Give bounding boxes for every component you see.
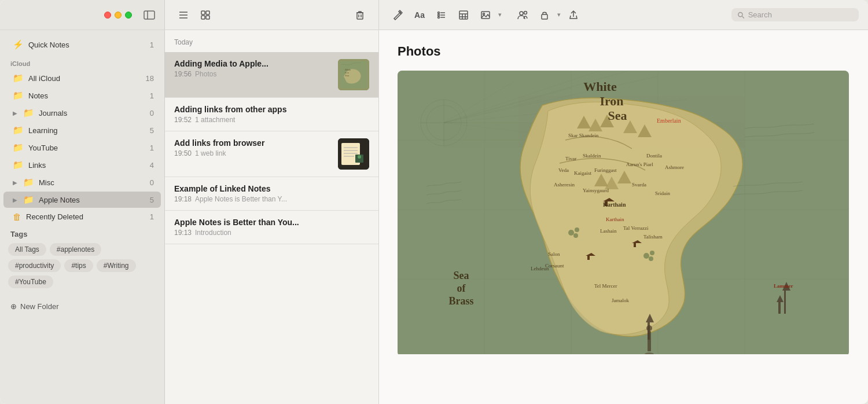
note-thumbnail-1: White Iron Sea	[338, 59, 369, 90]
note-preview-5: Introduction	[195, 229, 231, 237]
note-time-4: 19:18	[174, 195, 192, 203]
svg-text:Yainsygaurd: Yainsygaurd	[583, 188, 609, 193]
links-count: 4	[145, 161, 154, 170]
checklist-button[interactable]	[432, 6, 451, 24]
sidebar-item-learning[interactable]: 📁 Learning 5	[3, 122, 161, 138]
svg-point-27	[524, 11, 527, 14]
svg-point-120	[643, 253, 649, 259]
svg-text:Karthain: Karthain	[606, 216, 624, 222]
chevron-apple-notes: ▶	[13, 197, 17, 203]
svg-rect-76	[587, 256, 590, 260]
list-view-button[interactable]	[174, 6, 193, 24]
svg-point-29	[738, 12, 742, 16]
svg-rect-80	[784, 291, 786, 314]
note-item-5[interactable]: Apple Notes is Better than You... 19:13 …	[165, 211, 378, 244]
lock-button[interactable]	[535, 6, 554, 24]
note-meta-4: 19:18 Apple Notes is Better than Y...	[174, 195, 369, 203]
note-image-container: White Iron Sea Sea of Brass Skar Skandei…	[398, 71, 849, 357]
svg-rect-5	[201, 11, 205, 14]
tag-productivity[interactable]: #productivity	[8, 259, 61, 272]
note-item-2[interactable]: Adding links from other apps 19:52 1 att…	[165, 98, 378, 131]
svg-text:Lashain: Lashain	[600, 228, 617, 234]
svg-point-13	[438, 12, 440, 13]
note-time-1: 19:56	[174, 70, 192, 78]
folder-icon-notes: 📁	[13, 90, 24, 101]
svg-point-26	[520, 12, 523, 15]
note-preview-1: Photos	[195, 70, 216, 78]
delete-button[interactable]	[351, 6, 369, 24]
media-button[interactable]	[476, 6, 495, 24]
tag-tips[interactable]: #tips	[64, 259, 93, 272]
maximize-button[interactable]	[125, 12, 132, 19]
svg-point-118	[575, 227, 579, 232]
tag-youtube[interactable]: #YouTube	[8, 276, 53, 288]
sidebar-item-links[interactable]: 📁 Links 4	[3, 157, 161, 173]
sidebar-item-all-icloud[interactable]: 📁 All iCloud 18	[3, 70, 161, 86]
sidebar-item-recently-deleted[interactable]: 🗑 Recently Deleted 1	[3, 209, 161, 225]
note-title-4: Example of Linked Notes	[174, 184, 369, 193]
format-icon: Aa	[414, 10, 425, 20]
svg-point-14	[438, 14, 440, 16]
folder-icon-links: 📁	[13, 160, 24, 170]
svg-point-117	[568, 230, 574, 236]
svg-text:Asheresin: Asheresin	[554, 182, 575, 188]
thumb-notebook-3	[338, 138, 369, 170]
sidebar-item-quick-notes[interactable]: ⚡ Quick Notes 1	[3, 36, 161, 53]
main-layout: ⚡ Quick Notes 1 iCloud 📁 All iCloud 18 📁…	[0, 30, 868, 404]
thumb-map-1: White Iron Sea	[338, 59, 369, 90]
share-button[interactable]	[564, 6, 583, 24]
notes-list-header: Today	[165, 30, 378, 52]
top-bar-left	[0, 0, 165, 30]
sidebar: ⚡ Quick Notes 1 iCloud 📁 All iCloud 18 📁…	[0, 30, 165, 404]
close-button[interactable]	[104, 12, 111, 19]
grid-view-button[interactable]	[196, 6, 215, 24]
notes-count: 1	[145, 91, 154, 100]
svg-text:Sea: Sea	[454, 270, 469, 281]
content-area: Today Adding Media to Apple... 19:56 Pho…	[165, 30, 868, 404]
svg-text:Sea: Sea	[608, 108, 627, 123]
top-bar: Aa ▾ ▾	[0, 0, 868, 30]
svg-point-119	[573, 233, 578, 238]
tags-section: Tags All Tags #applenotes #productivity …	[0, 225, 164, 293]
format-text-button[interactable]: Aa	[410, 6, 429, 24]
app-window: Aa ▾ ▾	[0, 0, 868, 404]
note-meta-3: 19:50 1 web link	[174, 149, 331, 157]
sidebar-item-youtube[interactable]: 📁 YouTube 1	[3, 139, 161, 156]
minimize-button[interactable]	[115, 12, 122, 19]
learning-count: 5	[145, 126, 154, 135]
quick-notes-label: Quick Notes	[28, 41, 140, 49]
lock-dropdown-arrow: ▾	[557, 11, 561, 19]
all-icloud-count: 18	[145, 74, 154, 83]
note-time-3: 19:50	[174, 149, 192, 157]
tag-writing[interactable]: #Writing	[97, 259, 136, 272]
sidebar-item-misc[interactable]: ▶ 📁 Misc 0	[3, 174, 161, 190]
svg-text:Lammer: Lammer	[774, 283, 793, 289]
compose-button[interactable]	[388, 6, 407, 24]
svg-text:Sridain: Sridain	[655, 190, 670, 196]
svg-point-15	[438, 16, 440, 18]
svg-text:Emberlain: Emberlain	[657, 117, 681, 124]
svg-text:Ashmore: Ashmore	[665, 164, 684, 170]
tag-all-tags[interactable]: All Tags	[8, 243, 46, 256]
svg-text:Aarun's Piarl: Aarun's Piarl	[626, 161, 653, 167]
svg-rect-8	[206, 16, 209, 19]
all-icloud-label: All iCloud	[28, 74, 140, 83]
note-time-5: 19:13	[174, 229, 192, 237]
search-box[interactable]	[731, 8, 859, 21]
traffic-lights	[104, 12, 132, 19]
sidebar-item-apple-notes[interactable]: ▶ 📁 Apple Notes 5	[3, 192, 161, 208]
tags-title: Tags	[8, 230, 156, 238]
new-folder-button[interactable]: ⊕ New Folder	[0, 298, 164, 315]
note-meta-2: 19:52 1 attachment	[174, 116, 369, 124]
note-item-1[interactable]: Adding Media to Apple... 19:56 Photos	[165, 52, 378, 98]
tag-applenotes[interactable]: #applenotes	[50, 243, 101, 256]
collaborate-button[interactable]	[513, 6, 532, 24]
sidebar-item-journals[interactable]: ▶ 📁 Journals 0	[3, 105, 161, 121]
search-input[interactable]	[748, 10, 853, 19]
note-item-4[interactable]: Example of Linked Notes 19:18 Apple Note…	[165, 177, 378, 211]
note-item-3[interactable]: Add links from browser 19:50 1 web link	[165, 131, 378, 177]
table-button[interactable]	[454, 6, 473, 24]
sidebar-item-notes[interactable]: 📁 Notes 1	[3, 87, 161, 104]
sidebar-toggle[interactable]	[141, 9, 157, 21]
svg-text:Tivar: Tivar	[565, 156, 576, 161]
